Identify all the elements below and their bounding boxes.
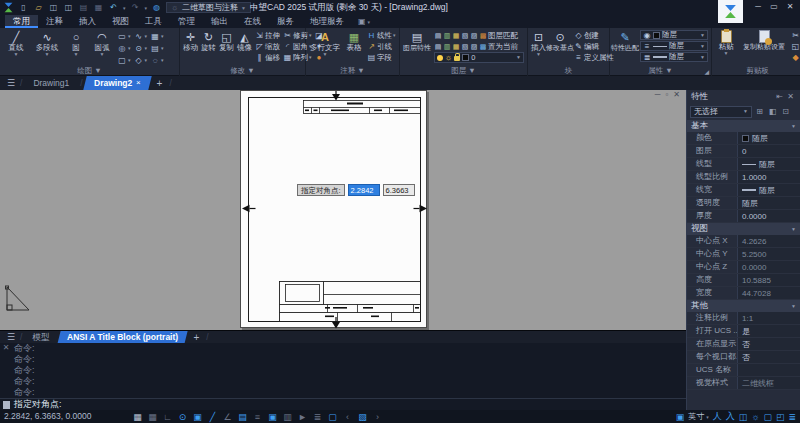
prop-row-visual-style[interactable]: 视觉样式二维线框 xyxy=(687,377,800,390)
stretch-button[interactable]: ⇲拉伸 xyxy=(255,30,280,41)
mtext-button[interactable]: A多行文字▼ xyxy=(309,30,341,57)
panel-label-draw[interactable]: 绘图 ▼ xyxy=(0,66,179,76)
minimize-button[interactable]: ─ xyxy=(750,0,766,13)
annotation-visibility-icon[interactable]: 人 xyxy=(713,410,722,423)
close-palette-icon[interactable]: ✕ xyxy=(785,92,796,101)
close-commandline-icon[interactable]: ✕ xyxy=(3,343,10,352)
prop-row-linetype[interactable]: 线型随层 xyxy=(687,158,800,171)
arc-button[interactable]: ◠圆弧▼ xyxy=(90,30,114,57)
cut-button[interactable]: ✂ xyxy=(791,30,800,41)
leader-button[interactable]: ↗引线 xyxy=(367,41,396,52)
hatch-button[interactable]: ▦▾ xyxy=(150,30,164,42)
layer-state-icon[interactable]: ▤ xyxy=(434,31,442,41)
scale-button[interactable]: ◸缩放 xyxy=(255,41,280,52)
undo-icon[interactable]: ↶ xyxy=(108,1,119,15)
dynamic-input-icon[interactable]: ▤ xyxy=(235,412,250,422)
ribbon-display-toggle[interactable]: ▣▾ xyxy=(358,15,370,28)
layer-match-button[interactable]: 图层匹配 xyxy=(488,31,518,41)
doc-menu-icon[interactable]: ☰ xyxy=(4,78,18,88)
tab-output[interactable]: 输出 xyxy=(203,15,236,28)
selection-dropdown[interactable]: 无选择▼ xyxy=(690,106,752,118)
layer-merge-icon[interactable]: ▨ xyxy=(470,42,478,52)
prop-row-ltscale[interactable]: 线型比例1.0000 xyxy=(687,171,800,184)
lock-ui-icon[interactable]: ▧ xyxy=(355,412,370,422)
mdi-close-icon[interactable]: ✕ xyxy=(673,90,680,99)
prop-row-lineweight[interactable]: 线宽随层 xyxy=(687,184,800,197)
prop-row-center-y[interactable]: 中心点 Y5.2500 xyxy=(687,248,800,261)
tab-online[interactable]: 在线 xyxy=(236,15,269,28)
pin-icon[interactable]: ⇤ xyxy=(774,92,785,101)
block-create-button[interactable]: ◇创建 xyxy=(574,30,614,41)
move-button[interactable]: ✛移动 xyxy=(183,30,198,52)
app-logo-icon[interactable] xyxy=(3,2,14,13)
dynamic-ucs-icon[interactable]: ∠ xyxy=(220,412,235,422)
copy-paste-settings-button[interactable]: 复制粘贴设置 xyxy=(740,30,788,50)
prop-row-width[interactable]: 宽度44.7028 xyxy=(687,287,800,300)
workspace-selector[interactable]: ☼ 二维草图与注释 ▼ xyxy=(166,2,251,13)
display-mode-icon[interactable]: ▢ xyxy=(763,412,772,422)
circle-button[interactable]: ○圆▼ xyxy=(65,30,87,57)
redo-caret-icon[interactable]: ▾ xyxy=(145,5,148,11)
tab-manage[interactable]: 管理 xyxy=(170,15,203,28)
layout-menu-icon[interactable]: ☰ xyxy=(4,332,18,342)
panel-label-block[interactable]: 块 xyxy=(528,66,609,76)
block-edit-button[interactable]: ✎编辑 xyxy=(574,41,614,52)
status-menu-icon[interactable]: ≣ xyxy=(788,412,796,422)
annotation-autoscale-icon[interactable]: 入 xyxy=(726,410,735,423)
layer-prev-icon[interactable]: ▤ xyxy=(434,42,442,52)
units-dropdown[interactable]: 英寸▾ xyxy=(688,411,709,422)
prop-row-ucs-at-origin[interactable]: 在原点显示 ...否 xyxy=(687,338,800,351)
next-status-icon[interactable]: › xyxy=(370,412,385,422)
match-properties-button[interactable]: ✎特性匹配 xyxy=(613,30,637,51)
layout-tab-model[interactable]: 模型 xyxy=(24,331,57,344)
linetype-dropdown[interactable]: ≡随层▼ xyxy=(640,41,708,51)
fullscreen-icon[interactable]: ◰ xyxy=(776,412,785,422)
print-icon[interactable]: ▤ xyxy=(78,1,89,15)
linear-dim-button[interactable]: H线性▾ xyxy=(367,30,396,41)
annotation-monitor-icon[interactable]: ► xyxy=(295,412,310,422)
select-objects-icon[interactable]: ◧ xyxy=(767,107,778,116)
layer-dropdown[interactable]: ☼ 0 ▼ xyxy=(434,52,524,63)
layer-on-icon[interactable]: ▥ xyxy=(443,31,451,41)
prop-row-ucs-per-viewport[interactable]: 每个视口都...否 xyxy=(687,351,800,364)
gradient-button[interactable]: ▤▾ xyxy=(150,42,164,54)
insert-block-button[interactable]: ⊡插入▼ xyxy=(531,30,546,57)
polygon-button[interactable]: ◇▾ xyxy=(134,54,148,66)
prev-status-icon[interactable]: ‹ xyxy=(340,412,355,422)
define-attributes-button[interactable]: ≡定义属性 xyxy=(574,52,614,63)
redo-icon[interactable]: ↷ xyxy=(130,1,141,15)
mdi-restore-icon[interactable]: ▫ xyxy=(665,90,668,99)
save-icon[interactable]: ◫ xyxy=(48,1,59,15)
prop-row-ucs-name[interactable]: UCS 名称 xyxy=(687,364,800,377)
paste-special-button[interactable]: ◆ xyxy=(791,52,800,63)
polyline-button[interactable]: ∿多段线▼ xyxy=(32,30,62,57)
layer-thaw-icon[interactable]: ▦ xyxy=(452,42,460,52)
rotate-button[interactable]: ↻旋转 xyxy=(201,30,216,52)
section-misc[interactable]: 其他▼ xyxy=(687,300,800,312)
layer-set-current-button[interactable]: 置为当前 xyxy=(488,42,518,52)
lineweight-display-icon[interactable]: ≡ xyxy=(250,412,265,422)
dynamic-input-x[interactable]: 2.2842 xyxy=(348,184,380,196)
mirror-button[interactable]: ◭镜像 xyxy=(237,30,252,52)
layer-properties-button[interactable]: ▤图层特性 xyxy=(403,30,431,51)
layer-delete-icon[interactable]: ▩ xyxy=(479,42,487,52)
tab-home[interactable]: 常用 xyxy=(5,15,38,28)
mdi-minimize-icon[interactable]: ─ xyxy=(655,90,661,99)
close-tab-icon[interactable]: × xyxy=(136,76,141,90)
section-basic[interactable]: 基本▼ xyxy=(687,120,800,132)
panel-label-annotate[interactable]: 注释 ▼ xyxy=(306,66,399,76)
point-button[interactable]: ⊙▾ xyxy=(134,42,148,54)
prop-row-center-z[interactable]: 中心点 Z0.0000 xyxy=(687,261,800,274)
prop-row-height[interactable]: 高度10.5885 xyxy=(687,274,800,287)
quick-properties-icon[interactable]: ▢ xyxy=(325,412,340,422)
color-dropdown[interactable]: ◉随层▼ xyxy=(640,30,708,40)
lineweight-dropdown[interactable]: ≣随层▼ xyxy=(640,52,708,62)
layout-tab-ansi-a[interactable]: ANSI A Title Block (portrait) xyxy=(58,331,188,344)
tab-view[interactable]: 视图 xyxy=(104,15,137,28)
new-layout-button[interactable]: + xyxy=(189,332,205,343)
tab-annotate[interactable]: 注释 xyxy=(38,15,71,28)
polar-tracking-icon[interactable]: ⊙ xyxy=(175,412,190,422)
command-history[interactable]: ✕ 命令: 命令: 命令: 命令: 命令: xyxy=(0,343,800,398)
online-icon[interactable]: ◍ xyxy=(151,1,162,15)
selection-cycling-icon[interactable]: ▥ xyxy=(280,412,295,422)
